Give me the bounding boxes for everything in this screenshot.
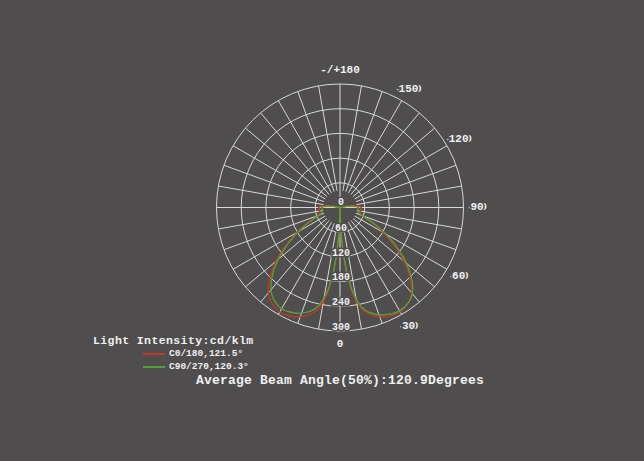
angle-tick-label: 30 [402, 320, 415, 332]
radial-tick-label: 300 [332, 322, 350, 333]
legend-title: Light Intensity:cd/klm [93, 334, 254, 347]
legend: Light Intensity:cd/klm C0/180,121.5°C90/… [93, 334, 254, 373]
legend-swatch-line [143, 366, 165, 368]
legend-item-label: C0/180,121.5° [169, 347, 243, 360]
legend-item: C0/180,121.5° [143, 347, 254, 360]
legend-item: C90/270,120.3° [143, 360, 254, 373]
angle-tick-label: -/+180 [320, 64, 360, 76]
angle-tick-label: 90 [470, 201, 483, 213]
angle-tick-label: 150 [399, 83, 419, 95]
radial-tick-label: 240 [332, 297, 350, 308]
photometric-report-canvas: -/+180-150-120-90-60-3003060901201500601… [0, 0, 644, 461]
angle-tick-label: 120 [449, 133, 469, 145]
average-beam-angle-label: Average Beam Angle(50%):120.9Degrees [196, 373, 484, 388]
radial-tick-label: 180 [332, 272, 350, 283]
angle-tick-label: 0 [337, 338, 344, 350]
legend-items: C0/180,121.5°C90/270,120.3° [93, 347, 254, 373]
legend-item-label: C90/270,120.3° [169, 360, 249, 373]
legend-swatch-line [143, 353, 165, 355]
radial-tick-label: 120 [332, 248, 350, 259]
radial-tick-label: 0 [338, 197, 344, 208]
polar-chart: -/+180-150-120-90-60-3003060901201500601… [0, 0, 644, 461]
radial-tick-label: 60 [335, 223, 347, 234]
angle-tick-label: 60 [452, 270, 465, 282]
